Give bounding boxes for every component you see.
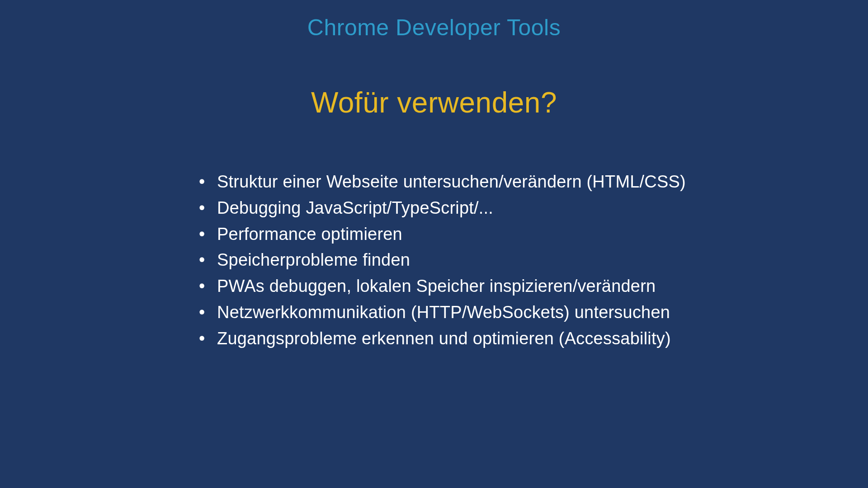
list-item: Debugging JavaScript/TypeScript/... <box>193 195 868 221</box>
list-item: Netzwerkkommunikation (HTTP/WebSockets) … <box>193 300 868 326</box>
list-item: Performance optimieren <box>193 221 868 248</box>
bullet-list: Struktur einer Webseite untersuchen/verä… <box>193 169 868 352</box>
list-item: PWAs debuggen, lokalen Speicher inspizie… <box>193 273 868 300</box>
list-item: Struktur einer Webseite untersuchen/verä… <box>193 169 868 195</box>
list-item: Speicherprobleme finden <box>193 247 868 273</box>
slide-content: Struktur einer Webseite untersuchen/verä… <box>193 169 868 352</box>
slide-title: Wofür verwenden? <box>0 86 868 119</box>
list-item: Zugangsprobleme erkennen und optimieren … <box>193 326 868 352</box>
slide-header: Chrome Developer Tools <box>0 0 868 41</box>
